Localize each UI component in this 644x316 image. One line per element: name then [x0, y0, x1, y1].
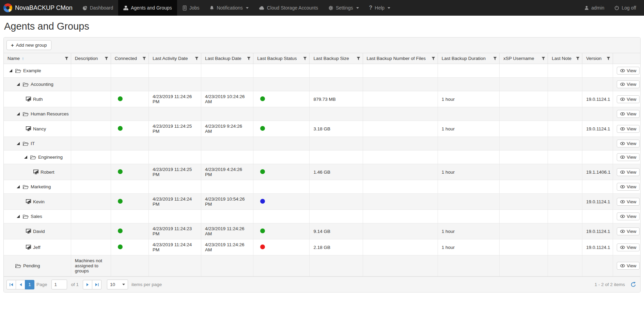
- filter-icon[interactable]: [142, 57, 146, 61]
- table-row-kevin[interactable]: Kevin4/23/2019 11:24:24 PM4/23/2019 10:5…: [4, 194, 640, 210]
- table-row-engineering[interactable]: EngineeringView: [4, 151, 640, 164]
- filter-icon[interactable]: [357, 57, 360, 61]
- page-content: Agents and Groups + Add new group Name↑D…: [0, 21, 644, 293]
- view-button[interactable]: View: [617, 110, 640, 118]
- nav-item-agents-and-groups[interactable]: Agents and Groups: [118, 0, 177, 16]
- first-page-button[interactable]: [6, 280, 16, 289]
- collapse-toggle-icon[interactable]: [23, 156, 28, 159]
- filter-icon[interactable]: [195, 57, 199, 61]
- nav-item-notifications[interactable]: Notifications: [204, 0, 253, 16]
- add-new-group-button[interactable]: + Add new group: [6, 40, 51, 50]
- folder-icon: [23, 82, 29, 87]
- filter-icon[interactable]: [247, 57, 251, 61]
- view-button[interactable]: View: [617, 95, 640, 103]
- view-button[interactable]: View: [617, 168, 640, 176]
- table-row-nancy[interactable]: Nancy4/23/2019 11:24:25 PM4/23/2019 9:24…: [4, 121, 640, 137]
- cell-last-note: [548, 64, 582, 78]
- folder-icon: [23, 141, 29, 146]
- table-row-david[interactable]: David4/23/2019 11:24:23 PM4/23/2019 11:2…: [4, 223, 640, 239]
- column-header-xsp-username[interactable]: xSP Username: [500, 53, 548, 64]
- cell-last-backup-number-of-files: [363, 107, 438, 121]
- view-button[interactable]: View: [617, 212, 640, 220]
- backup-status-dot: [260, 199, 265, 204]
- filter-icon[interactable]: [431, 57, 435, 61]
- previous-page-button[interactable]: [16, 280, 25, 289]
- nav-item-dashboard[interactable]: Dashboard: [77, 0, 119, 16]
- table-row-sales[interactable]: SalesView: [4, 210, 640, 223]
- table-row-ruth[interactable]: Ruth4/23/2019 11:24:26 PM4/23/2019 10:24…: [4, 91, 640, 107]
- filter-icon[interactable]: [576, 57, 580, 61]
- cell-actions: View: [613, 239, 640, 255]
- cell-last-backup-status: [253, 210, 310, 223]
- cell-last-activity-date: [148, 78, 201, 91]
- view-button[interactable]: View: [617, 153, 640, 161]
- filter-icon[interactable]: [493, 57, 497, 61]
- column-header-last-backup-status[interactable]: Last Backup Status: [253, 53, 310, 64]
- cell-last-backup-size: 1.46 GB: [310, 164, 363, 180]
- collapse-toggle-icon[interactable]: [8, 69, 13, 72]
- page-number-input[interactable]: [51, 280, 67, 289]
- cell-last-backup-size: [310, 255, 363, 276]
- view-button[interactable]: View: [617, 125, 640, 133]
- chevron-down-icon: [122, 284, 125, 285]
- cell-xsp-username: [500, 255, 548, 276]
- view-button[interactable]: View: [617, 262, 640, 270]
- cell-actions: View: [613, 78, 640, 91]
- last-page-button[interactable]: [92, 280, 101, 289]
- next-page-button[interactable]: [83, 280, 92, 289]
- power-icon: [614, 5, 619, 10]
- nav-item-jobs[interactable]: Jobs: [177, 0, 205, 16]
- table-row-it[interactable]: ITView: [4, 137, 640, 151]
- view-button[interactable]: View: [617, 80, 640, 88]
- view-button[interactable]: View: [617, 67, 640, 75]
- view-button[interactable]: View: [617, 183, 640, 191]
- page-1-button[interactable]: 1: [25, 280, 34, 289]
- nav-item-settings[interactable]: Settings: [323, 0, 364, 16]
- collapse-toggle-icon[interactable]: [16, 83, 21, 86]
- column-header-connected[interactable]: Connected: [111, 53, 148, 64]
- table-row-example[interactable]: ExampleView: [4, 64, 640, 78]
- collapse-toggle-icon[interactable]: [16, 215, 21, 218]
- filter-icon[interactable]: [303, 57, 307, 61]
- nav-item-admin[interactable]: admin: [579, 0, 609, 16]
- view-button[interactable]: View: [617, 198, 640, 206]
- collapse-toggle-icon[interactable]: [16, 185, 21, 188]
- column-header-name[interactable]: Name↑: [4, 53, 71, 64]
- column-header-last-backup-date[interactable]: Last Backup Date: [201, 53, 253, 64]
- nav-item-log-off[interactable]: Log off: [609, 0, 641, 16]
- table-row-robert[interactable]: Robert4/23/2019 11:24:25 PM4/23/2019 4:2…: [4, 164, 640, 180]
- table-row-pending[interactable]: PendingMachines not assigned to groupsVi…: [4, 255, 640, 276]
- collapse-toggle-icon[interactable]: [16, 142, 21, 145]
- view-button-label: View: [627, 170, 636, 175]
- view-button[interactable]: View: [617, 227, 640, 235]
- nav-item-cloud-storage-accounts[interactable]: Cloud Storage Accounts: [254, 0, 323, 16]
- connected-status-dot: [118, 96, 123, 101]
- refresh-icon[interactable]: [630, 282, 636, 287]
- cell-last-backup-status: [253, 151, 310, 164]
- filter-icon[interactable]: [65, 57, 68, 61]
- view-button[interactable]: View: [617, 243, 640, 251]
- brand[interactable]: NovaBACKUP CMon: [0, 0, 77, 16]
- table-row-jeff[interactable]: Jeff4/23/2019 11:24:24 PM4/23/2019 11:24…: [4, 239, 640, 255]
- column-header-version[interactable]: Version: [582, 53, 613, 64]
- table-row-human-resources[interactable]: Human ResourcesView: [4, 107, 640, 121]
- filter-icon[interactable]: [105, 57, 108, 61]
- table-row-accounting[interactable]: AccountingView: [4, 78, 640, 91]
- table-row-marketing[interactable]: MarketingView: [4, 180, 640, 194]
- column-header-last-backup-size[interactable]: Last Backup Size: [310, 53, 363, 64]
- column-header-description[interactable]: Description: [71, 53, 111, 64]
- column-header-last-note[interactable]: Last Note: [548, 53, 582, 64]
- filter-icon[interactable]: [541, 57, 545, 61]
- cell-xsp-username: [500, 210, 548, 223]
- filter-icon[interactable]: [607, 57, 610, 61]
- column-header-last-activity-date[interactable]: Last Activity Date: [148, 53, 201, 64]
- view-button-label: View: [627, 214, 636, 219]
- nav-item-help[interactable]: ?Help: [364, 0, 396, 16]
- cell-actions: View: [613, 223, 640, 239]
- backup-status-dot: [260, 126, 265, 131]
- view-button[interactable]: View: [617, 140, 640, 147]
- page-size-select[interactable]: 10: [107, 280, 128, 289]
- column-header-last-backup-duration[interactable]: Last Backup Duration: [438, 53, 499, 64]
- collapse-toggle-icon[interactable]: [16, 112, 21, 115]
- column-header-last-backup-number-of-files[interactable]: Last Backup Number of Files: [363, 53, 438, 64]
